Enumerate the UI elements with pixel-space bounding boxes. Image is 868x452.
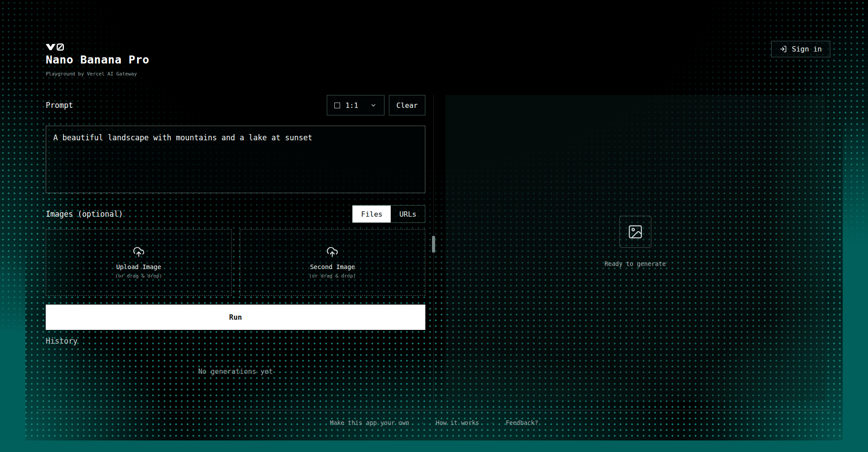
tab-urls[interactable]: URLs (391, 206, 425, 222)
preview-status-text: Ready to generate (604, 260, 666, 267)
aspect-ratio-select[interactable]: 1:1 (327, 95, 384, 115)
clear-button[interactable]: Clear (389, 95, 425, 115)
tab-files[interactable]: Files (353, 206, 391, 222)
footer-divider (37, 410, 831, 410)
login-icon (780, 45, 787, 53)
app-page: Nano Banana Pro Playground by Vercel AI … (0, 0, 868, 452)
footer-link-make-your-own[interactable]: Make this app your own (330, 419, 409, 426)
upload-image-dropzone[interactable]: Upload Image (or drag & drop) (46, 229, 232, 296)
footer-separator: · (421, 420, 424, 426)
prompt-input[interactable]: A beautiful landscape with mountains and… (46, 126, 425, 193)
upload-title: Upload Image (116, 263, 161, 270)
v0-logo-icon (46, 43, 65, 52)
footer-link-how-it-works[interactable]: How it works (436, 419, 480, 426)
chevron-down-icon (370, 102, 377, 109)
page-title: Nano Banana Pro (46, 53, 149, 66)
upload-cloud-icon (133, 246, 145, 258)
upload-hint: (or drag & drop) (309, 273, 356, 279)
footer-separator: · (491, 420, 494, 426)
page-subtitle: Playground by Vercel AI Gateway (46, 71, 137, 77)
upload-hint: (or drag & drop) (115, 273, 162, 279)
prompt-column: Prompt 1:1 Clear A beautiful landscape w… (46, 95, 425, 376)
panel-resize-handle[interactable] (432, 236, 435, 253)
preview-placeholder (619, 216, 651, 248)
aspect-ratio-value: 1:1 (345, 101, 358, 110)
sign-in-button[interactable]: Sign in (771, 41, 830, 57)
upload-cloud-icon (326, 246, 338, 258)
image-icon (627, 224, 643, 240)
upload-title: Second Image (310, 263, 355, 270)
second-image-dropzone[interactable]: Second Image (or drag & drop) (240, 229, 426, 296)
sign-in-label: Sign in (792, 45, 822, 53)
run-button[interactable]: Run (46, 305, 425, 330)
preview-panel: Ready to generate (445, 95, 825, 401)
square-icon (334, 103, 340, 108)
image-source-toggle: Files URLs (352, 205, 425, 223)
history-empty-text: No generations yet (46, 368, 425, 376)
images-label: Images (optional) (46, 210, 123, 218)
footer-link-feedback[interactable]: Feedback? (506, 419, 538, 426)
prompt-label: Prompt (46, 101, 73, 110)
history-label: History (46, 337, 425, 345)
footer: Make this app your own · How it works · … (0, 419, 868, 426)
